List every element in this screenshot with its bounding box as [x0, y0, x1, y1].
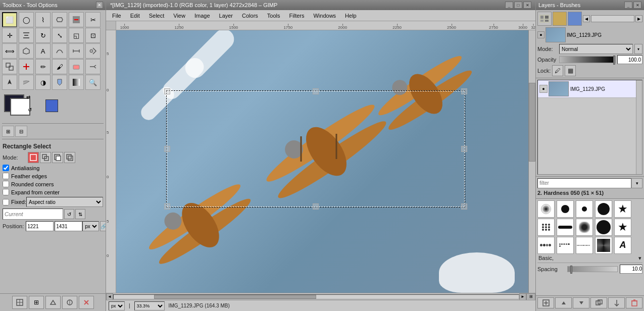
shear-tool[interactable]: ◱	[69, 28, 84, 43]
aspect-ratio-dropdown[interactable]: Aspect ratio	[26, 197, 103, 207]
lock-alpha-btn[interactable]: ▦	[565, 65, 576, 76]
fuzzy-select-tool[interactable]	[52, 12, 67, 27]
menu-windows[interactable]: Windows	[309, 12, 340, 20]
rect-select-tool[interactable]: ⬜	[2, 12, 17, 27]
brush-15[interactable]: A	[614, 237, 631, 254]
layers-expand-icon[interactable]: ◀	[583, 15, 590, 22]
position-y-input[interactable]	[55, 221, 82, 231]
spacing-slider-thumb[interactable]	[570, 266, 572, 274]
menu-colors[interactable]: Colors	[238, 12, 262, 20]
eraser-tool[interactable]	[69, 59, 84, 74]
toolbox-bottom-btn-2[interactable]: ⊞	[29, 296, 44, 309]
toolbox-bottom-btn-5[interactable]	[79, 296, 94, 309]
menu-file[interactable]: File	[108, 12, 125, 20]
by-color-select-tool[interactable]	[69, 12, 84, 27]
basic-expand-icon[interactable]: ▾	[638, 255, 641, 262]
scroll-thumb-h[interactable]	[154, 295, 316, 299]
mode-replace-btn[interactable]	[28, 152, 39, 163]
position-x-input[interactable]	[26, 221, 54, 231]
menu-layer[interactable]: Layer	[215, 12, 237, 20]
spacing-slider[interactable]	[567, 266, 618, 272]
scissors-tool[interactable]: ✂	[85, 12, 101, 27]
brush-12[interactable]	[557, 237, 574, 254]
cage-transform-tool[interactable]	[19, 43, 34, 59]
quick-tool-2[interactable]: ⊟	[15, 126, 27, 137]
perspective-tool[interactable]: ⊡	[85, 28, 101, 43]
toolbox-bottom-btn-1[interactable]	[12, 296, 27, 309]
menu-edit[interactable]: Edit	[126, 12, 144, 20]
expand-from-center-checkbox[interactable]	[3, 189, 9, 195]
menu-filters[interactable]: Filters	[285, 12, 309, 20]
align-tool[interactable]	[19, 28, 34, 43]
toolbox-close-button[interactable]: ✕	[96, 2, 103, 9]
zoom-select[interactable]: 33.3%	[134, 301, 165, 310]
lock-pixels-btn[interactable]: 🖊	[552, 65, 563, 76]
move-tool[interactable]: ✛	[2, 28, 17, 43]
brush-8[interactable]	[576, 219, 593, 236]
rotate-tool[interactable]: ↻	[35, 28, 51, 43]
antialiasing-checkbox[interactable]	[3, 165, 9, 171]
flip-tool[interactable]: ⟺	[2, 43, 17, 59]
scroll-right-btn[interactable]: ►	[519, 293, 526, 300]
layer-color-swatch-1[interactable]	[553, 12, 567, 26]
scroll-thumb-v[interactable]	[529, 83, 535, 162]
close-btn[interactable]: ✕	[523, 2, 531, 9]
measure-tool[interactable]	[69, 43, 84, 59]
opacity-slider-thumb[interactable]	[613, 56, 615, 65]
reset-current-btn[interactable]: ↺	[64, 209, 74, 219]
anchor-layer-btn[interactable]	[608, 297, 625, 308]
scroll-left-btn[interactable]: ◄	[106, 293, 113, 300]
scroll-track-h[interactable]	[113, 294, 519, 299]
layer-1-eye[interactable]: ●	[539, 85, 548, 93]
brush-11[interactable]	[537, 237, 555, 254]
menu-select[interactable]: Select	[145, 12, 169, 20]
dodge-burn-tool[interactable]: ◑	[35, 75, 51, 90]
pencil-tool[interactable]: ✏	[35, 59, 51, 74]
layers-menu-btn[interactable]: ▾	[634, 44, 642, 54]
brush-14[interactable]	[595, 237, 612, 254]
mode-intersect-btn[interactable]	[64, 152, 75, 163]
background-color[interactable]	[10, 98, 30, 116]
paintbrush-tool[interactable]: 🖌	[52, 59, 67, 74]
mode-subtract-btn[interactable]	[52, 152, 63, 163]
airbrush-tool[interactable]	[85, 59, 101, 74]
swap-current-btn[interactable]: ⇅	[75, 209, 85, 219]
scroll-corner-btn[interactable]: ⊞	[526, 293, 535, 300]
bucket-fill-tool[interactable]	[52, 75, 67, 90]
maximize-btn[interactable]: □	[514, 2, 522, 9]
scroll-v[interactable]	[528, 30, 535, 293]
canvas-image[interactable]	[116, 30, 535, 293]
layers-list-scrollbar[interactable]	[636, 80, 642, 174]
layers-scrollbar-h[interactable]	[591, 15, 634, 22]
brush-filter-input[interactable]	[537, 178, 631, 188]
minimize-btn[interactable]: _	[505, 2, 513, 9]
heal-tool[interactable]	[19, 59, 34, 74]
position-chain-btn[interactable]: 🔗	[100, 221, 106, 231]
color-picker-tool[interactable]	[85, 43, 101, 59]
ink-tool[interactable]	[2, 75, 17, 90]
current-value-input[interactable]	[3, 209, 63, 220]
menu-help[interactable]: Help	[341, 12, 361, 20]
brush-2[interactable]	[557, 200, 574, 218]
duplicate-layer-btn[interactable]	[590, 297, 607, 308]
menu-tools[interactable]: Tools	[263, 12, 284, 20]
brush-3[interactable]	[576, 200, 593, 218]
opacity-input[interactable]	[617, 55, 642, 64]
paths-tool[interactable]	[52, 43, 67, 59]
opacity-slider[interactable]	[559, 56, 616, 63]
layer-eye-toggle[interactable]: ●	[537, 31, 544, 38]
layers-close-btn[interactable]: ✕	[633, 2, 641, 9]
layer-item-1[interactable]: ● IMG_1129.JPG	[538, 80, 636, 98]
brush-10[interactable]: ★	[614, 219, 631, 236]
blend-tool[interactable]	[69, 75, 84, 90]
menu-view[interactable]: View	[169, 12, 189, 20]
zoom-tool[interactable]: 🔍	[85, 75, 101, 90]
brush-5[interactable]: ★	[614, 200, 631, 218]
spacing-input[interactable]	[620, 265, 642, 274]
layer-color-swatch-2[interactable]	[568, 12, 582, 26]
reset-colors-icon[interactable]: ↺	[28, 107, 32, 113]
brush-4[interactable]	[595, 200, 612, 218]
menu-image[interactable]: Image	[190, 12, 214, 20]
layers-collapse-icon[interactable]: ▶	[635, 15, 642, 22]
layer-mode-dropdown[interactable]: Normal	[559, 44, 633, 54]
